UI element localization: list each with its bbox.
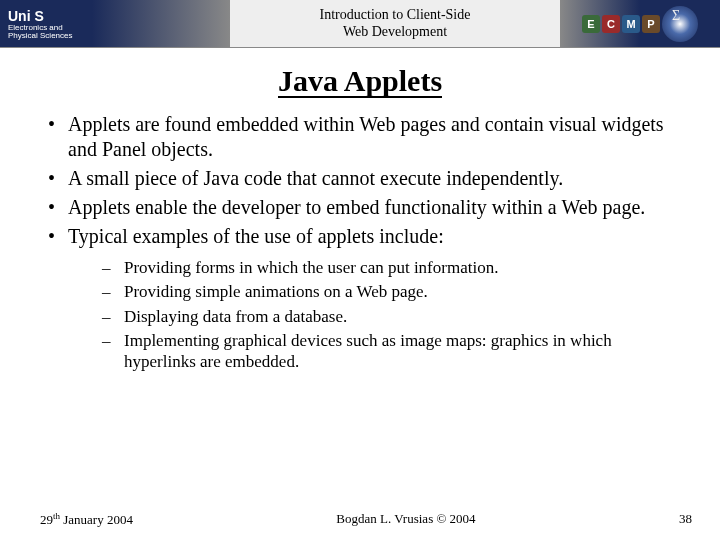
slide-header: Uni S Electronics and Physical Sciences … [0,0,720,48]
bullet-item: Applets are found embedded within Web pa… [44,112,680,162]
faculty-line2: Physical Sciences [8,32,72,40]
header-badges-block: E C M P [560,0,720,47]
badge-row: E C M P [582,15,660,33]
badge-c: C [602,15,620,33]
footer-page-number: 38 [679,511,692,528]
sub-bullet-item: Implementing graphical devices such as i… [68,330,680,373]
sub-bullet-list: Providing forms in which the user can pu… [68,257,680,372]
course-title-line1: Introduction to Client-Side [320,7,471,24]
bullet-item: A small piece of Java code that cannot e… [44,166,680,191]
badge-p: P [642,15,660,33]
bullet-item: Applets enable the developer to embed fu… [44,195,680,220]
bullet-list: Applets are found embedded within Web pa… [44,112,680,372]
sub-bullet-item: Displaying data from a database. [68,306,680,327]
bullet-text: Typical examples of the use of applets i… [68,225,444,247]
spiral-icon [662,6,698,42]
footer-author: Bogdan L. Vrusias © 2004 [336,511,475,528]
sub-bullet-item: Providing forms in which the user can pu… [68,257,680,278]
university-logo-text: Uni S [8,8,72,24]
course-title-block: Introduction to Client-Side Web Developm… [230,0,560,47]
badge-m: M [622,15,640,33]
slide-footer: 29th January 2004 Bogdan L. Vrusias © 20… [0,511,720,528]
footer-date: 29th January 2004 [40,511,133,528]
badge-e: E [582,15,600,33]
bullet-item: Typical examples of the use of applets i… [44,224,680,372]
sub-bullet-item: Providing simple animations on a Web pag… [68,281,680,302]
slide-title: Java Applets [278,66,442,98]
slide-content: Applets are found embedded within Web pa… [0,112,720,372]
course-title-line2: Web Development [343,24,447,41]
header-logo-block: Uni S Electronics and Physical Sciences [0,0,230,47]
